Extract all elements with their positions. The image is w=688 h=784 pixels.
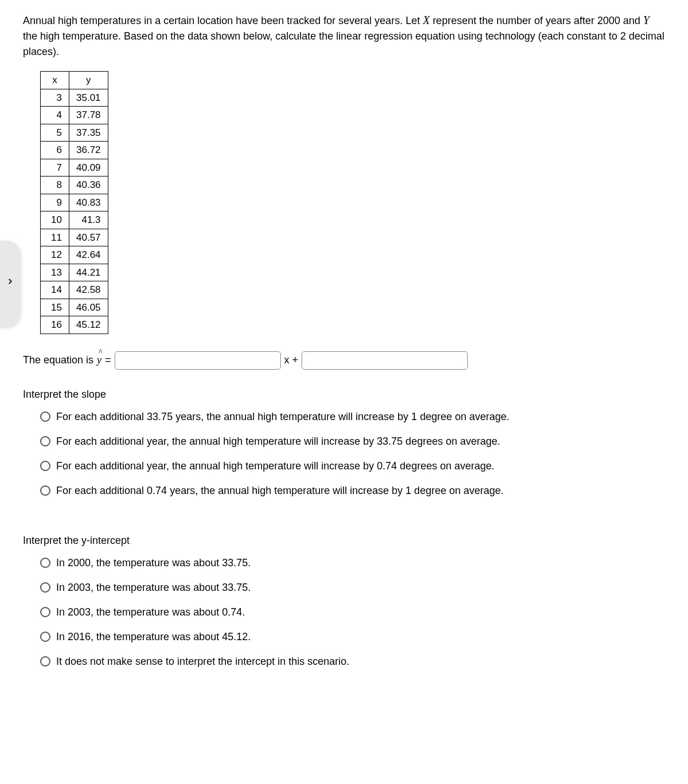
table-row: 1546.05 [41,299,108,316]
radio-icon[interactable] [40,411,50,422]
intercept-option-label[interactable]: In 2003, the temperature was about 33.75… [56,580,251,595]
table-row: 1442.58 [41,281,108,299]
table-cell-y: 37.35 [69,124,108,142]
radio-icon[interactable] [40,632,50,642]
table-cell-y: 37.78 [69,107,108,124]
table-cell-y: 35.01 [69,89,108,107]
table-cell-x: 8 [41,177,69,194]
radio-icon[interactable] [40,582,50,593]
radio-icon[interactable] [40,607,50,617]
variable-y: Y [643,14,650,26]
intercept-option[interactable]: In 2003, the temperature was about 0.74. [40,605,665,620]
table-cell-x: 14 [41,281,69,299]
intercept-option[interactable]: It does not make sense to interpret the … [40,654,665,669]
slope-input[interactable] [115,351,281,370]
table-cell-y: 40.09 [69,159,108,177]
slope-option[interactable]: For each additional 0.74 years, the annu… [40,483,665,499]
radio-icon[interactable] [40,558,50,568]
table-cell-x: 11 [41,229,69,246]
x-plus-text: x + [284,352,299,368]
intercept-option[interactable]: In 2000, the temperature was about 33.75… [40,555,665,571]
slope-option[interactable]: For each additional year, the annual hig… [40,458,665,474]
table-cell-y: 40.36 [69,177,108,194]
table-row: 740.09 [41,159,108,177]
table-cell-x: 16 [41,316,69,334]
table-cell-y: 42.58 [69,281,108,299]
intercept-option[interactable]: In 2003, the temperature was about 33.75… [40,580,665,595]
table-cell-y: 44.21 [69,264,108,281]
table-cell-x: 10 [41,211,69,229]
slope-option-label[interactable]: For each additional 0.74 years, the annu… [56,483,504,499]
radio-icon[interactable] [40,656,50,667]
table-cell-y: 42.64 [69,246,108,264]
slope-option-label[interactable]: For each additional year, the annual hig… [56,458,494,474]
equals-sign: = [105,352,111,368]
table-header-y: y [69,72,108,89]
table-row: 1344.21 [41,264,108,281]
slope-option-label[interactable]: For each additional year, the annual hig… [56,434,501,449]
y-hat-symbol: y [97,352,101,368]
radio-icon[interactable] [40,485,50,496]
table-row: 1140.57 [41,229,108,246]
intercept-input[interactable] [302,351,468,370]
table-header-x: x [41,72,69,89]
variable-x: X [423,14,429,26]
table-cell-x: 9 [41,194,69,211]
table-cell-y: 40.57 [69,229,108,246]
table-cell-y: 46.05 [69,299,108,316]
side-expand-tab[interactable] [0,241,21,327]
table-row: 437.78 [41,107,108,124]
intercept-option-label[interactable]: It does not make sense to interpret the … [56,654,349,669]
intercept-heading: Interpret the y-intercept [23,533,665,548]
table-cell-x: 7 [41,159,69,177]
table-row: 537.35 [41,124,108,142]
table-cell-y: 45.12 [69,316,108,334]
table-row: 335.01 [41,89,108,107]
slope-option[interactable]: For each additional 33.75 years, the ann… [40,409,665,425]
slope-option-label[interactable]: For each additional 33.75 years, the ann… [56,409,510,425]
table-cell-y: 41.3 [69,211,108,229]
table-cell-y: 40.83 [69,194,108,211]
table-cell-x: 13 [41,264,69,281]
equation-prefix: The equation is [23,352,93,368]
table-row: 1645.12 [41,316,108,334]
equation-line: The equation is y = x + [23,351,665,370]
intercept-radio-group: In 2000, the temperature was about 33.75… [23,555,665,669]
slope-option[interactable]: For each additional year, the annual hig… [40,434,665,449]
intercept-option-label[interactable]: In 2003, the temperature was about 0.74. [56,605,245,620]
table-row: 840.36 [41,177,108,194]
slope-radio-group: For each additional 33.75 years, the ann… [23,409,665,499]
table-cell-x: 4 [41,107,69,124]
table-row: 636.72 [41,142,108,159]
radio-icon[interactable] [40,461,50,471]
table-cell-y: 36.72 [69,142,108,159]
question-prompt: Annual high temperatures in a certain lo… [23,11,665,60]
table-cell-x: 6 [41,142,69,159]
table-row: 1242.64 [41,246,108,264]
data-table: x y 335.01437.78537.35636.72740.09840.36… [40,71,108,334]
slope-heading: Interpret the slope [23,387,665,402]
table-cell-x: 12 [41,246,69,264]
table-row: 940.83 [41,194,108,211]
intercept-option-label[interactable]: In 2000, the temperature was about 33.75… [56,555,251,571]
chevron-right-icon [6,275,14,292]
table-cell-x: 15 [41,299,69,316]
table-cell-x: 5 [41,124,69,142]
intercept-option-label[interactable]: In 2016, the temperature was about 45.12… [56,629,251,645]
table-cell-x: 3 [41,89,69,107]
intercept-option[interactable]: In 2016, the temperature was about 45.12… [40,629,665,645]
radio-icon[interactable] [40,436,50,446]
table-row: 1041.3 [41,211,108,229]
